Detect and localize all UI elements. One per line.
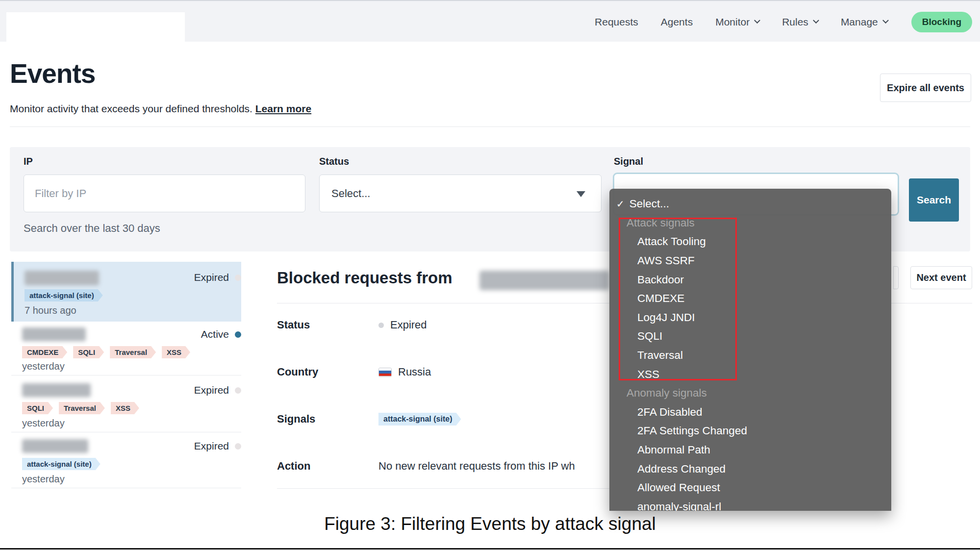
detail-action-value: No new relevant requests from this IP wh xyxy=(378,460,610,473)
expire-all-events-button[interactable]: Expire all events xyxy=(880,74,971,102)
russia-flag-icon xyxy=(378,368,392,377)
figure-caption: Figure 3: Filtering Events by attack sig… xyxy=(0,514,980,534)
event-time: yesterday xyxy=(22,361,65,372)
redacted-ip xyxy=(22,327,86,341)
detail-country-value: Russia xyxy=(378,366,431,378)
redacted-ip xyxy=(22,383,91,397)
status-select-value: Select... xyxy=(331,187,370,200)
detail-signals-value: attack-signal (site) xyxy=(378,413,461,426)
detail-status-label: Status xyxy=(277,319,310,331)
signal-filter-label: Signal xyxy=(614,156,643,167)
dropdown-option[interactable]: Log4J JNDI xyxy=(609,308,891,327)
next-event-button[interactable]: Next event xyxy=(910,266,972,289)
event-list-item[interactable]: Expired attack-signal (site) 7 hours ago xyxy=(11,262,241,322)
dropdown-option-selected[interactable]: ✓Select... xyxy=(609,195,891,214)
detail-country-label: Country xyxy=(277,366,318,378)
subtitle-text: Monitor activity that exceeds your defin… xyxy=(10,103,255,114)
event-list-item[interactable]: Expired SQLI Traversal XSS yesterday xyxy=(11,376,241,432)
signal-tag: Traversal xyxy=(110,346,156,358)
nav-menu: Requests Agents Monitor Rules Manage Blo… xyxy=(595,1,972,43)
dropdown-option[interactable]: Backdoor xyxy=(609,270,891,289)
detail-status-text: Expired xyxy=(390,319,427,331)
event-status: Active xyxy=(201,328,229,340)
dropdown-option[interactable]: anomaly-signal-rl xyxy=(609,498,891,511)
ip-filter-input[interactable] xyxy=(24,175,305,212)
dropdown-option[interactable]: Address Changed xyxy=(609,459,891,478)
signal-tag: CMDEXE xyxy=(22,346,67,358)
ip-filter-label: IP xyxy=(24,156,33,167)
status-select[interactable]: Select... xyxy=(319,175,602,212)
event-status: Expired xyxy=(194,384,229,396)
event-time: yesterday xyxy=(22,418,65,429)
search-range-hint: Search over the last 30 days xyxy=(24,222,160,235)
signal-tag: attack-signal (site) xyxy=(22,458,101,470)
nav-item-rules[interactable]: Rules xyxy=(782,16,818,28)
detail-country-text: Russia xyxy=(398,366,431,378)
status-dot-expired xyxy=(378,323,384,328)
page: Requests Agents Monitor Rules Manage Blo… xyxy=(0,0,980,551)
status-filter-label: Status xyxy=(319,156,349,167)
nav-label: Agents xyxy=(661,16,693,28)
status-dot-expired xyxy=(235,443,241,450)
signal-tag: attack-signal (site) xyxy=(378,413,461,426)
signal-tag: XSS xyxy=(162,346,190,358)
search-button[interactable]: Search xyxy=(909,178,959,222)
event-time: yesterday xyxy=(22,474,65,485)
event-status: Expired xyxy=(194,272,229,283)
chevron-down-icon xyxy=(882,17,889,24)
signal-tag: SQLI xyxy=(73,346,104,358)
logo-placeholder xyxy=(6,12,185,50)
page-subtitle: Monitor activity that exceeds your defin… xyxy=(10,103,311,115)
dropdown-option[interactable]: 2FA Settings Changed xyxy=(609,422,891,441)
hidden-button-fragment[interactable] xyxy=(893,266,899,289)
dropdown-option[interactable]: 2FA Disabled xyxy=(609,403,891,422)
status-dot-active xyxy=(235,331,241,338)
event-list: Expired attack-signal (site) 7 hours ago… xyxy=(11,262,241,488)
dropdown-option[interactable]: CMDEXE xyxy=(609,289,891,308)
figure-bottom-rule xyxy=(0,548,980,550)
nav-label: Monitor xyxy=(715,16,750,28)
redacted-ip xyxy=(25,271,99,285)
detail-action-label: Action xyxy=(277,460,310,473)
top-navigation-bar: Requests Agents Monitor Rules Manage Blo… xyxy=(0,0,980,42)
signal-dropdown-menu: ✓Select... Attack signals Attack Tooling… xyxy=(609,189,891,511)
dropdown-option[interactable]: Allowed Request xyxy=(609,478,891,498)
page-title: Events xyxy=(10,58,95,89)
detail-status-value: Expired xyxy=(378,319,427,331)
event-list-item[interactable]: Active CMDEXE SQLI Traversal XSS yesterd… xyxy=(11,322,241,376)
chevron-down-icon xyxy=(813,17,819,24)
event-status: Expired xyxy=(194,440,229,452)
dropdown-group-attack-signals: Attack signals xyxy=(609,214,891,233)
nav-item-monitor[interactable]: Monitor xyxy=(715,16,759,28)
dropdown-option[interactable]: Attack Tooling xyxy=(609,232,891,251)
redacted-ip xyxy=(22,439,88,453)
checkmark-icon: ✓ xyxy=(616,198,625,210)
dropdown-option[interactable]: XSS xyxy=(609,365,891,384)
dropdown-group-anomaly-signals: Anomaly signals xyxy=(609,384,891,403)
signal-tag: XSS xyxy=(111,402,139,414)
nav-label: Requests xyxy=(595,16,638,28)
dropdown-option[interactable]: AWS SSRF xyxy=(609,251,891,271)
dropdown-option[interactable]: SQLI xyxy=(609,327,891,346)
dropdown-option[interactable]: Abnormal Path xyxy=(609,441,891,460)
status-dot-expired xyxy=(235,275,241,281)
nav-item-requests[interactable]: Requests xyxy=(595,16,638,28)
signal-tag: SQLI xyxy=(22,402,53,414)
detail-title: Blocked requests from xyxy=(277,269,452,287)
header-divider xyxy=(10,126,970,127)
event-list-item[interactable]: Expired attack-signal (site) yesterday xyxy=(11,432,241,488)
redacted-ip xyxy=(479,271,609,290)
dropdown-arrow-icon xyxy=(577,191,585,197)
chevron-down-icon xyxy=(754,17,760,24)
detail-bottom-divider xyxy=(277,488,609,489)
event-time: 7 hours ago xyxy=(25,305,76,316)
learn-more-link[interactable]: Learn more xyxy=(255,103,311,114)
dropdown-option[interactable]: Traversal xyxy=(609,346,891,365)
detail-action-text: No new relevant requests from this IP wh xyxy=(378,460,610,473)
nav-item-agents[interactable]: Agents xyxy=(661,16,693,28)
blocking-mode-badge[interactable]: Blocking xyxy=(911,12,972,32)
status-dot-expired xyxy=(235,387,241,394)
signal-tag: attack-signal (site) xyxy=(25,289,103,301)
nav-item-manage[interactable]: Manage xyxy=(841,16,888,28)
nav-label: Manage xyxy=(841,16,878,28)
